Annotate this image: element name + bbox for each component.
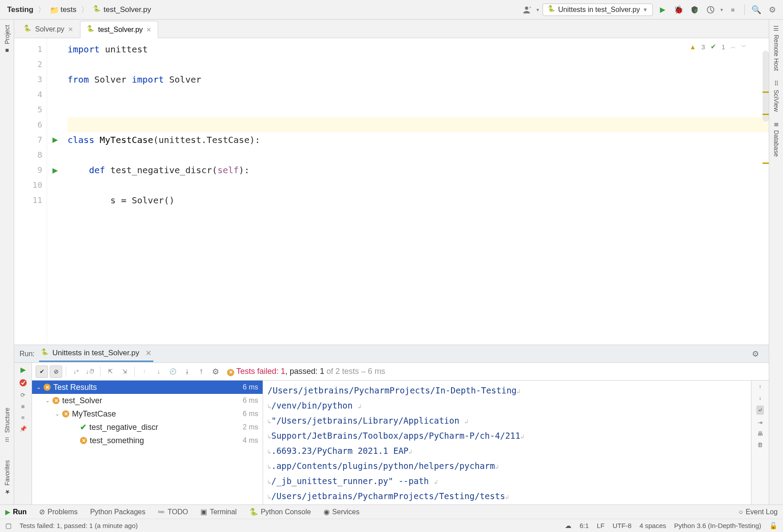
editor-tab[interactable]: Solver.py✕ — [17, 20, 80, 38]
code-line[interactable]: def test_negative_discr(self): — [68, 163, 769, 178]
coverage-button[interactable] — [688, 4, 701, 16]
console-line[interactable]: ↳.6693.23/PyCharm 2021.1 EAP↲ — [268, 444, 747, 459]
code-line[interactable] — [68, 117, 769, 132]
code-line[interactable] — [68, 147, 769, 163]
test-tree-row[interactable]: ✕test_something4 ms — [32, 434, 263, 447]
indent-widget[interactable]: 4 spaces — [639, 522, 666, 529]
console-line[interactable]: /Users/jetbrains/PycharmProjects/In-Dept… — [268, 383, 747, 398]
code-line[interactable]: class MyTestCase(unittest.TestCase): — [68, 132, 769, 147]
services-tool-button[interactable]: ◉Services — [324, 508, 360, 516]
line-number[interactable]: 9 — [14, 163, 42, 178]
console-line[interactable]: ↳/venv/bin/python ↲ — [268, 398, 747, 413]
code-line[interactable] — [68, 87, 769, 102]
close-icon[interactable]: ✕ — [68, 26, 73, 33]
line-number[interactable]: 10 — [14, 178, 42, 193]
next-test-button[interactable]: ↓ — [152, 365, 165, 378]
code-line[interactable] — [68, 57, 769, 72]
line-number[interactable]: 3 — [14, 72, 42, 87]
line-number[interactable]: 11 — [14, 193, 42, 208]
editor-tab[interactable]: test_Solver.py✕ — [80, 21, 159, 38]
code-line[interactable]: s = Solver() — [68, 193, 769, 208]
layout-button[interactable]: ≡ — [21, 414, 25, 421]
show-ignored-button[interactable]: ⊘ — [50, 365, 62, 378]
interpreter-widget[interactable]: Python 3.6 (In-Depth-Testing) — [674, 522, 761, 529]
warning-marker[interactable] — [763, 91, 769, 93]
code-line[interactable] — [68, 102, 769, 117]
event-log-button[interactable]: ○Event Log — [739, 508, 778, 516]
lock-icon[interactable]: 🔓 — [769, 522, 778, 530]
terminal-tool-button[interactable]: ▣Terminal — [200, 508, 236, 516]
export-button[interactable]: ⭱ — [195, 365, 208, 378]
gutter-icons[interactable]: ▶ ▶ — [47, 38, 63, 345]
sciview-tool[interactable]: ⠿SciView — [773, 80, 780, 112]
add-config-button[interactable]: + — [520, 4, 533, 16]
line-number[interactable]: 4 — [14, 87, 42, 102]
test-tree-row[interactable]: ⌄✕MyTestCase6 ms — [32, 407, 263, 421]
code-area[interactable]: import unittest from Solver import Solve… — [63, 38, 769, 345]
favorites-tool[interactable]: ★Favorites — [4, 460, 11, 496]
scroll-end-button[interactable]: ⇥ — [758, 419, 763, 426]
console-line[interactable]: ↳/Users/jetbrains/PycharmProjects/Testin… — [268, 489, 747, 504]
test-tree[interactable]: ⌄✕Test Results6 ms⌄✕test_Solver6 ms⌄✕MyT… — [32, 381, 263, 504]
rerun-button[interactable]: ▶ — [20, 365, 26, 374]
prev-test-button[interactable]: ↑ — [138, 365, 151, 378]
database-tool[interactable]: ≣Database — [773, 120, 780, 157]
chevron-down-icon[interactable]: ▾ — [536, 7, 539, 13]
project-tool[interactable]: ■Project — [4, 25, 11, 54]
history-button[interactable]: 🕘 — [167, 365, 179, 378]
line-separator[interactable]: LF — [597, 522, 605, 529]
expand-all-button[interactable]: ⇱ — [104, 365, 116, 378]
warning-marker[interactable] — [763, 114, 769, 115]
chevron-down-icon[interactable]: ﹀ — [741, 43, 747, 51]
console-line[interactable]: ↳"/Users/jetbrains/Library/Application ↲ — [268, 413, 747, 429]
chevron-down-icon[interactable]: ⌄ — [45, 397, 50, 404]
profile-button[interactable] — [704, 4, 717, 16]
soft-wrap-button[interactable]: ⤶ — [756, 405, 764, 415]
close-icon[interactable]: ✕ — [145, 349, 152, 358]
problems-tool-button[interactable]: ⊘Problems — [39, 508, 78, 516]
test-tree-row[interactable]: ⌄✕test_Solver6 ms — [32, 394, 263, 407]
test-settings-button[interactable]: ⚙ — [209, 365, 222, 378]
chevron-down-icon[interactable]: ⌄ — [36, 384, 41, 390]
sort-duration-button[interactable]: ↓⏱ — [84, 365, 96, 378]
test-console[interactable]: /Users/jetbrains/PycharmProjects/In-Dept… — [263, 381, 751, 504]
toggle-auto-test-button[interactable]: ⟳ — [20, 392, 25, 398]
run-tool-button[interactable]: ▶Run — [5, 508, 27, 516]
clear-button[interactable]: 🗑 — [757, 441, 763, 448]
down-button[interactable]: ↓ — [759, 394, 762, 401]
up-button[interactable]: ↑ — [759, 383, 762, 390]
gutter-run-icon[interactable]: ▶ — [47, 163, 63, 179]
console-line[interactable]: ↳.app/Contents/plugins/python/helpers/py… — [268, 459, 747, 474]
show-passed-button[interactable]: ✔ — [36, 365, 48, 378]
close-icon[interactable]: ✕ — [146, 26, 152, 33]
code-editor[interactable]: 1234567891011 ▶ ▶ import unittest from S… — [14, 38, 769, 345]
line-number[interactable]: 7 — [14, 132, 42, 147]
inspections-widget[interactable]: ▲3 ✔1 ︿ ﹀ — [689, 43, 747, 51]
packages-tool-button[interactable]: Python Packages — [90, 508, 146, 516]
print-button[interactable]: 🖶 — [757, 430, 763, 437]
collapse-all-button[interactable]: ⇲ — [118, 365, 131, 378]
breadcrumb-file[interactable]: test_Solver.py — [90, 4, 154, 15]
background-tasks[interactable]: ☁ — [565, 522, 571, 530]
editor-scrollbar[interactable] — [763, 51, 769, 122]
todo-tool-button[interactable]: ≔TODO — [158, 508, 188, 516]
remote-host-tool[interactable]: ☰Remote Host — [773, 25, 780, 71]
rerun-failed-button[interactable] — [19, 378, 28, 387]
file-encoding[interactable]: UTF-8 — [613, 522, 632, 529]
chevron-down-icon[interactable]: ⌄ — [55, 411, 60, 417]
settings-button[interactable]: ⚙ — [766, 4, 779, 16]
line-number[interactable]: 1 — [14, 42, 42, 57]
breadcrumb-folder[interactable]: 📁tests — [47, 4, 79, 15]
gutter-run-icon[interactable]: ▶ — [47, 132, 63, 148]
console-line[interactable]: ↳/_jb_unittest_runner.py" --path ↲ — [268, 474, 747, 489]
import-button[interactable]: ⭳ — [181, 365, 193, 378]
pin-button[interactable]: 📌 — [20, 425, 27, 432]
line-number[interactable]: 8 — [14, 147, 42, 163]
stop-button[interactable]: ■ — [21, 403, 24, 410]
run-config-selector[interactable]: Unittests in test_Solver.py ▼ — [543, 4, 653, 16]
run-button[interactable]: ▶ — [656, 4, 669, 16]
test-tree-row[interactable]: ⌄✕Test Results6 ms — [32, 381, 263, 394]
sort-alpha-button[interactable]: ↓ᵃ — [70, 365, 82, 378]
code-line[interactable]: import unittest — [68, 42, 769, 57]
gear-icon[interactable]: ⚙ — [752, 349, 759, 359]
